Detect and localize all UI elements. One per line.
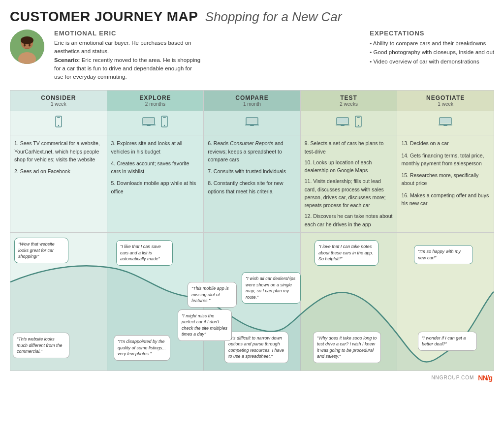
header: CUSTOMER JOURNEY MAP Shopping for a New …: [10, 9, 494, 81]
action-item-11: 11. Visits dealership; fills out lead ca…: [305, 177, 393, 209]
persona-info: EMOTIONAL ERIC Eric is an emotional car …: [54, 30, 360, 81]
bubble-explore-negative2: "I'm disappointed by the quality of some…: [114, 335, 170, 361]
svg-point-4: [21, 36, 33, 44]
action-item-2: 2. Sees ad on Facebook: [14, 167, 103, 175]
svg-rect-26: [357, 117, 360, 118]
action-item-6: 6. Reads Consumer Reports and reviews; k…: [208, 139, 296, 163]
expectations-block: EXPECTATIONS Ability to compare cars and…: [370, 30, 494, 81]
bubble-consider-positive: "Wow that website looks great for car sh…: [14, 238, 68, 263]
actions-negotiate: 13. Decides on a car 14. Gets financing …: [397, 135, 494, 232]
svg-rect-15: [163, 117, 166, 118]
expectation-item: Good photography with closeups, inside a…: [370, 48, 494, 57]
phase-name-consider: CONSIDER: [13, 94, 104, 101]
page-title-italic: Shopping for a New Car: [205, 9, 342, 24]
action-item-12: 12. Discovers he can take notes about ea…: [305, 212, 393, 228]
actions-row: 1. Sees TV commerical for a website, You…: [10, 135, 494, 233]
action-item-1: 1. Sees TV commerical for a website, You…: [14, 139, 103, 163]
phase-name-negotiate: NEGOTIATE: [400, 94, 491, 101]
action-item-4: 4. Creates account; saves favorite cars …: [111, 159, 200, 176]
action-item-14: 14. Gets financing terms, total price, m…: [401, 152, 490, 168]
svg-point-16: [164, 125, 165, 126]
phase-duration-negotiate: 1 week: [400, 101, 491, 107]
expectation-item: Video overview of car with demonstration…: [370, 57, 494, 66]
expectations-title: EXPECTATIONS: [370, 30, 494, 37]
laptop-icon: [141, 115, 157, 129]
bubble-compare-negative1: "I might miss the perfect car if I don't…: [178, 309, 232, 341]
action-item-7: 7. Consults with trusted indviduals: [208, 167, 296, 175]
phase-headers-row: CONSIDER 1 week EXPLORE 2 months COMPARE…: [10, 91, 494, 111]
actions-consider: 1. Sees TV commerical for a website, You…: [10, 135, 107, 232]
action-item-15: 15. Researches more, specifically about …: [401, 171, 490, 187]
laptop-icon-compare: [244, 115, 260, 129]
bubble-consider-negative: "This website looks much different from …: [13, 333, 69, 358]
action-item-13: 13. Decides on a car: [401, 139, 490, 147]
phase-name-explore: EXPLORE: [110, 94, 201, 101]
phase-name-compare: COMPARE: [207, 94, 297, 101]
action-item-16: 16. Makes a competing offer and buys his…: [401, 191, 490, 208]
phase-header-explore: EXPLORE 2 months: [107, 91, 204, 111]
bubble-explore-negative1: "This mobile app is missing alot of feat…: [188, 282, 237, 308]
nn-logo: NN/g: [478, 374, 492, 382]
footer-website: NNGROUP.COM: [431, 375, 474, 380]
device-compare: [204, 111, 301, 135]
svg-rect-31: [443, 125, 447, 126]
svg-rect-29: [440, 118, 451, 124]
bubble-negotiate-positive: "I'm so happy with my new car!": [414, 245, 473, 264]
svg-point-5: [24, 44, 26, 47]
phone-icon-small: [159, 115, 169, 129]
page-title-bold: CUSTOMER JOURNEY MAP: [10, 9, 198, 24]
svg-rect-18: [247, 118, 257, 124]
laptop-icon-negotiate: [438, 115, 453, 129]
footer: NNGROUP.COM NN/g: [10, 371, 494, 383]
bubble-compare-wish: "I wish all car dealerships were shown o…: [242, 272, 301, 304]
svg-rect-24: [341, 125, 345, 126]
bubble-explore-positive: "I like that I can save cars and a list …: [116, 240, 173, 266]
expectations-list: Ability to compare cars and their breakd…: [370, 39, 494, 66]
phone-icon: [52, 115, 65, 129]
phase-header-test: TEST 2 weeks: [301, 91, 398, 111]
phase-header-consider: CONSIDER 1 week: [10, 91, 107, 111]
bubble-test-negative: "Why does it take sooo long to test driv…: [313, 332, 381, 363]
bubble-negotiate-negative: "I wonder if I can get a better deal?": [418, 332, 477, 351]
laptop-icon-test: [335, 115, 350, 129]
avatar: [10, 30, 44, 64]
action-item-10: 10. Looks up location of each dealership…: [305, 158, 393, 175]
journey-map: CONSIDER 1 week EXPLORE 2 months COMPARE…: [10, 90, 494, 371]
phase-name-test: TEST: [304, 94, 394, 101]
persona-description: Eric is an emotional car buyer. He purch…: [54, 39, 202, 81]
actions-test: 9. Selects a set of cars he plans to tes…: [301, 135, 398, 232]
actions-compare: 6. Reads Consumer Reports and reviews; k…: [204, 135, 301, 232]
action-item-9: 9. Selects a set of cars he plans to tes…: [305, 139, 393, 155]
action-item-3: 3. Explores site and looks at all vehicl…: [111, 139, 200, 155]
persona-name: EMOTIONAL ERIC: [54, 30, 360, 37]
device-consider: [10, 111, 107, 135]
svg-rect-13: [147, 125, 151, 126]
actions-explore: 3. Explores site and looks at all vehicl…: [107, 135, 204, 232]
phase-duration-explore: 2 months: [110, 101, 201, 107]
expectation-item: Ability to compare cars and their breakd…: [370, 39, 494, 48]
phase-duration-consider: 1 week: [13, 101, 104, 107]
device-test: [301, 111, 398, 135]
main-container: CUSTOMER JOURNEY MAP Shopping for a New …: [0, 0, 504, 388]
bubble-test-positive: "I love that I can take notes about thes…: [315, 240, 378, 266]
device-explore: [107, 111, 204, 135]
svg-point-27: [357, 125, 358, 126]
phone-icon-test: [353, 115, 363, 129]
phase-duration-test: 2 weeks: [304, 101, 394, 107]
svg-point-6: [29, 44, 31, 47]
phase-header-compare: COMPARE 1 month: [204, 91, 301, 111]
svg-point-9: [58, 125, 59, 126]
bubble-compare-negative: "It's difficult to narrow down options a…: [224, 332, 288, 363]
svg-rect-20: [250, 125, 254, 126]
device-icons-row: [10, 111, 494, 135]
svg-rect-8: [57, 117, 60, 118]
phase-duration-compare: 1 month: [207, 101, 297, 107]
emotion-area: "Wow that website looks great for car sh…: [10, 233, 494, 371]
device-negotiate: [397, 111, 494, 135]
action-item-5: 5. Downloads mobile app while at his off…: [111, 179, 200, 195]
svg-rect-22: [337, 118, 348, 124]
svg-rect-11: [143, 118, 154, 124]
action-item-8: 8. Constantly checks site for new option…: [208, 179, 296, 195]
phase-header-negotiate: NEGOTIATE 1 week: [397, 91, 494, 111]
